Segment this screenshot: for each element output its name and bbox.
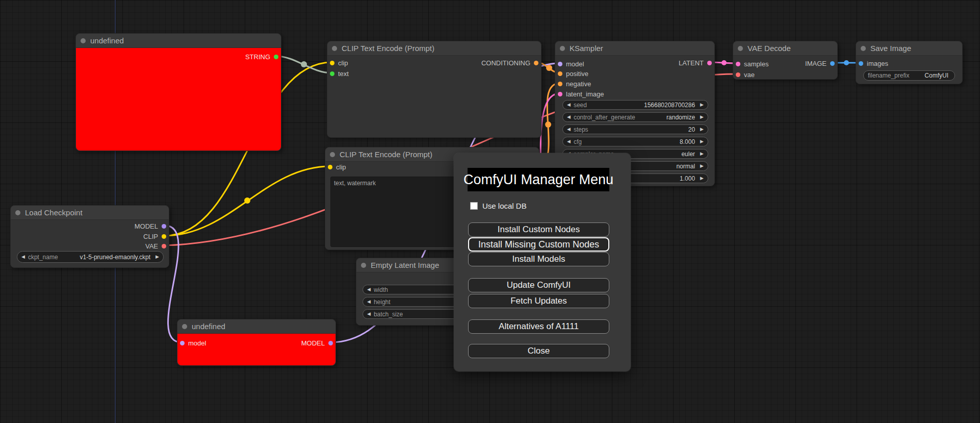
node-header[interactable]: undefined [76, 34, 281, 48]
input-slot-clip[interactable] [328, 165, 332, 169]
node-clip-text-encode-1[interactable]: CLIP Text Encode (Prompt) clip text COND… [327, 41, 541, 138]
output-slot-model[interactable] [328, 341, 333, 345]
arrow-left-icon[interactable]: ◀ [21, 255, 25, 259]
link-dot-yellow [244, 197, 250, 204]
node-vae-decode[interactable]: VAE Decode samples vae IMAGE [733, 41, 838, 80]
input-slot-model[interactable] [558, 62, 562, 66]
collapse-dot-icon[interactable] [330, 152, 335, 157]
node-header[interactable]: undefined [177, 319, 336, 334]
steps-widget[interactable]: ◀ steps 20 ▶ [562, 125, 708, 134]
collapse-dot-icon[interactable] [738, 46, 743, 51]
arrow-left-icon[interactable]: ◀ [567, 103, 571, 107]
node-header[interactable]: Save Image [856, 41, 962, 56]
input-slot-text[interactable] [330, 71, 334, 76]
widget-value: 156680208700286 [644, 102, 695, 109]
seed-widget[interactable]: ◀ seed 156680208700286 ▶ [562, 100, 708, 110]
collapse-dot-icon[interactable] [81, 38, 86, 43]
use-local-db-row[interactable]: Use local DB [470, 202, 527, 210]
use-local-db-label: Use local DB [482, 202, 527, 210]
node-undefined-bottom[interactable]: undefined model MODEL [177, 319, 336, 366]
output-slot-clip[interactable] [162, 234, 166, 239]
output-slot-image[interactable] [830, 61, 835, 66]
arrow-left-icon[interactable]: ◀ [567, 127, 571, 132]
node-header[interactable]: KSampler [555, 41, 714, 56]
arrow-right-icon[interactable]: ▶ [700, 139, 704, 144]
input-slot-model[interactable] [180, 341, 185, 345]
node-graph-canvas[interactable]: undefined STRING CLIP Text Encode (Promp… [0, 0, 980, 423]
install-missing-custom-nodes-button[interactable]: Install Missing Custom Nodes [468, 237, 609, 252]
collapse-dot-icon[interactable] [560, 46, 565, 51]
node-title: KSampler [570, 44, 603, 53]
node-title: CLIP Text Encode (Prompt) [340, 150, 432, 159]
input-slot-images[interactable] [859, 61, 863, 66]
input-slot-vae[interactable] [736, 72, 740, 77]
filename-prefix-widget[interactable]: filename_prefix ComfyUI [863, 70, 955, 81]
output-label: MODEL [135, 222, 158, 230]
alternatives-of-a1111-button[interactable]: Alternatives of A1111 [468, 319, 609, 334]
output-slot-conditioning[interactable] [534, 61, 538, 65]
collapse-dot-icon[interactable] [182, 324, 187, 329]
node-title: Load Checkpoint [25, 208, 83, 217]
arrow-right-icon[interactable]: ▶ [700, 152, 704, 156]
widget-label: height [374, 298, 391, 306]
use-local-db-checkbox[interactable] [470, 202, 478, 210]
close-button[interactable]: Close [468, 344, 609, 358]
node-header[interactable]: CLIP Text Encode (Prompt) [327, 41, 541, 56]
widget-value: 8.000 [680, 138, 695, 145]
install-models-button[interactable]: Install Models [468, 252, 609, 266]
input-slot-samples[interactable] [736, 62, 740, 66]
collapse-dot-icon[interactable] [861, 46, 866, 51]
output-slot-model[interactable] [162, 224, 166, 229]
widget-label: steps [574, 126, 588, 133]
input-slot-clip[interactable] [330, 61, 334, 65]
arrow-right-icon[interactable]: ▶ [700, 115, 704, 119]
link-dot-blue [844, 60, 849, 65]
input-label: clip [338, 59, 348, 67]
arrow-left-icon[interactable]: ◀ [567, 115, 571, 119]
output-label: IMAGE [805, 60, 827, 67]
input-slot-latent-image[interactable] [558, 92, 562, 96]
widget-label: filename_prefix [868, 72, 909, 79]
input-label: model [188, 339, 206, 347]
arrow-right-icon[interactable]: ▶ [156, 255, 159, 259]
widget-label: cfg [574, 138, 582, 145]
collapse-dot-icon[interactable] [332, 46, 337, 51]
output-label: MODEL [301, 339, 325, 347]
input-label: text [338, 70, 349, 78]
comfyui-manager-dialog: ComfyUI Manager Menu Use local DB Instal… [454, 153, 631, 371]
output-slot-latent[interactable] [707, 61, 712, 65]
node-save-image[interactable]: Save Image images filename_prefix ComfyU… [856, 41, 963, 84]
collapse-dot-icon[interactable] [361, 263, 366, 268]
output-slot-string[interactable] [274, 55, 278, 59]
arrow-right-icon[interactable]: ▶ [700, 164, 704, 168]
control-after-generate-widget[interactable]: ◀ control_after_generate randomize ▶ [562, 112, 708, 122]
arrow-left-icon[interactable]: ◀ [567, 139, 571, 144]
node-header[interactable]: VAE Decode [733, 41, 837, 56]
node-title: undefined [192, 322, 225, 331]
input-slot-negative[interactable] [558, 82, 562, 86]
arrow-right-icon[interactable]: ▶ [700, 176, 704, 181]
node-load-checkpoint[interactable]: Load Checkpoint MODEL CLIP VAE ◀ ckpt_na… [10, 205, 169, 268]
update-comfyui-button[interactable]: Update ComfyUI [468, 278, 609, 292]
arrow-left-icon[interactable]: ◀ [367, 287, 371, 292]
node-header[interactable]: Load Checkpoint [11, 206, 169, 220]
arrow-right-icon[interactable]: ▶ [700, 103, 704, 107]
arrow-right-icon[interactable]: ▶ [700, 127, 704, 132]
fetch-updates-button[interactable]: Fetch Updates [468, 294, 609, 308]
ckpt-name-widget[interactable]: ◀ ckpt_name v1-5-pruned-emaonly.ckpt ▶ [17, 251, 164, 263]
input-slot-positive[interactable] [558, 71, 562, 76]
arrow-left-icon[interactable]: ◀ [367, 300, 371, 304]
install-custom-nodes-button[interactable]: Install Custom Nodes [468, 222, 609, 237]
widget-value: randomize [666, 114, 695, 121]
widget-label: batch_size [374, 311, 403, 318]
widget-value: ComfyUI [924, 72, 948, 79]
input-label: latent_image [566, 90, 604, 98]
arrow-left-icon[interactable]: ◀ [367, 312, 371, 316]
error-node-body [76, 48, 281, 151]
output-slot-vae[interactable] [162, 244, 166, 248]
node-title: VAE Decode [747, 44, 791, 53]
cfg-widget[interactable]: ◀ cfg 8.000 ▶ [562, 137, 708, 146]
node-undefined-top[interactable]: undefined STRING [75, 33, 281, 151]
collapse-dot-icon[interactable] [15, 210, 20, 215]
wire-string-to-text [276, 56, 332, 73]
